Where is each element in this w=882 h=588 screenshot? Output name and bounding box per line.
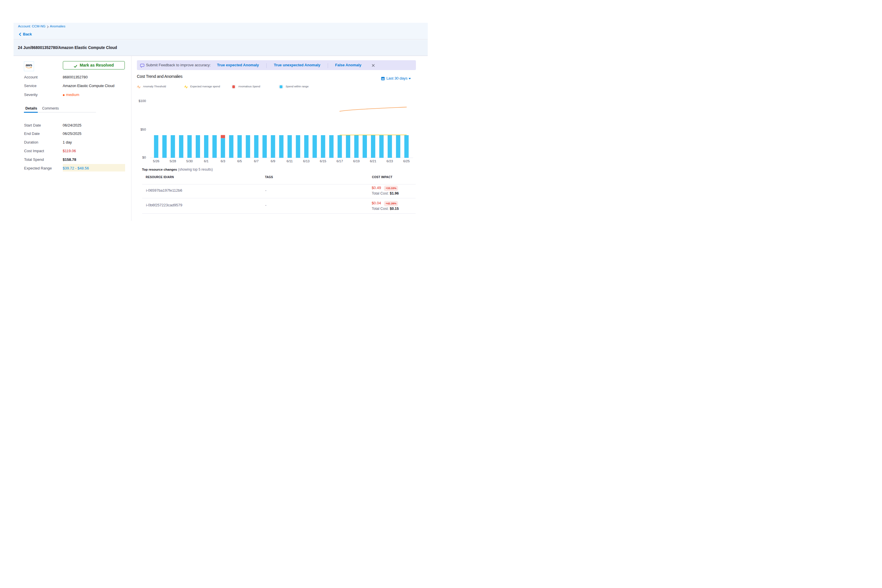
- svg-text:6/17: 6/17: [336, 159, 343, 163]
- svg-text:6/1: 6/1: [204, 159, 208, 163]
- svg-text:5/28: 5/28: [170, 159, 176, 163]
- svg-text:6/25: 6/25: [403, 159, 410, 163]
- svg-text:5/30: 5/30: [186, 159, 192, 163]
- svg-text:6/5: 6/5: [237, 159, 242, 163]
- svg-text:6/11: 6/11: [286, 159, 293, 163]
- svg-text:6/9: 6/9: [271, 159, 275, 163]
- svg-text:6/19: 6/19: [353, 159, 359, 163]
- svg-text:5/26: 5/26: [153, 159, 159, 163]
- svg-text:6/13: 6/13: [303, 159, 309, 163]
- svg-text:6/23: 6/23: [387, 159, 393, 163]
- svg-text:$50: $50: [140, 128, 146, 131]
- svg-text:6/15: 6/15: [320, 159, 326, 163]
- svg-text:6/21: 6/21: [370, 159, 376, 163]
- svg-text:6/3: 6/3: [220, 159, 225, 163]
- svg-text:$0: $0: [142, 156, 146, 159]
- svg-text:$100: $100: [138, 99, 146, 103]
- svg-text:6/7: 6/7: [254, 159, 258, 163]
